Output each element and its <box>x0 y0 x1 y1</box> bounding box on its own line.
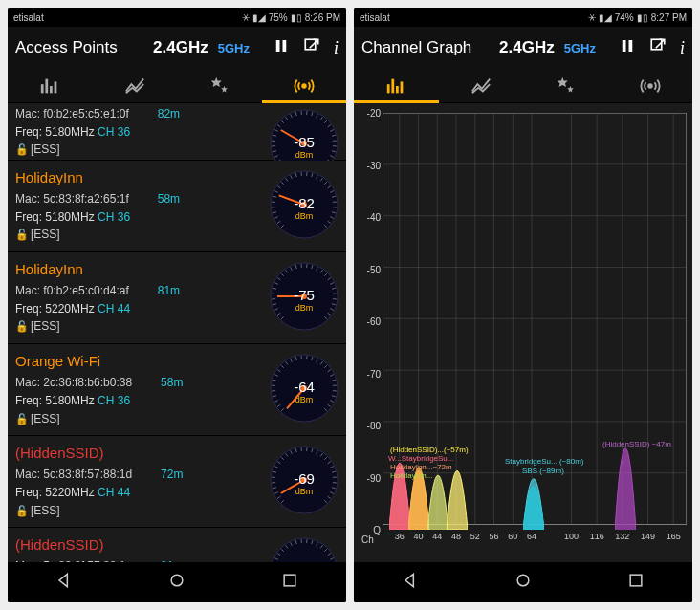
pause-icon[interactable] <box>619 37 636 58</box>
mac: Mac: 5c:83:8f:a2:65:1f <box>15 192 129 206</box>
info-icon[interactable]: i <box>680 38 685 58</box>
ssid: Orange Wi-Fi <box>15 350 270 372</box>
nav-recent[interactable] <box>280 571 299 594</box>
nav-home[interactable] <box>514 571 533 594</box>
dbm-unit: dBm <box>270 487 339 496</box>
svg-rect-195 <box>284 575 295 586</box>
y-tick: -50 <box>367 264 381 274</box>
channel: CH 44 <box>98 486 130 499</box>
battery-icon: ▮▯ <box>637 12 648 23</box>
lock-icon: 🔓 <box>15 413 29 425</box>
freq: Freq: 5220MHz <box>15 486 95 499</box>
band-5[interactable]: 5GHz <box>218 39 250 56</box>
y-tick: -60 <box>367 316 381 327</box>
capabilities: [ESS] <box>31 319 60 333</box>
capabilities: [ESS] <box>31 142 60 156</box>
dbm-unit: dBm <box>270 211 339 221</box>
distance: 91m <box>161 557 183 562</box>
x-tick: 100 <box>564 532 579 541</box>
tab-stars[interactable] <box>177 69 262 102</box>
x-axis-labels: 3640444852566064100116132149165 <box>383 532 687 545</box>
svg-rect-200 <box>392 78 395 93</box>
channel: CH 36 <box>98 210 130 224</box>
tab-row <box>8 69 346 103</box>
tab-stars[interactable] <box>523 69 608 102</box>
ap-row[interactable]: (HiddenSSID) Mac: 5c:83:8f:57:88:1d72m F… <box>8 436 346 528</box>
ssid: HolidayInn <box>15 166 270 188</box>
svg-rect-197 <box>628 40 632 52</box>
tab-rating[interactable] <box>8 69 93 102</box>
mac: Mac: f0:b2:e5:c5:e1:0f <box>15 107 129 120</box>
svg-point-163 <box>271 538 338 562</box>
signal-gauge: -75dBm <box>270 262 339 331</box>
distance: 81m <box>158 282 180 300</box>
signal-icon: ▮◢ <box>252 12 266 23</box>
nav-home[interactable] <box>167 571 186 594</box>
tab-channel-graph[interactable] <box>354 69 439 102</box>
peak-label: HolidayInn... <box>390 471 432 480</box>
peak-label: HolidayInn...~72m <box>390 463 452 471</box>
nav-back[interactable] <box>401 571 420 594</box>
lock-icon: 🔓 <box>15 505 29 516</box>
ap-row[interactable]: HolidayInn Mac: f0:b2:e5:c0:d4:af81m Fre… <box>8 252 346 344</box>
channel: CH 36 <box>98 394 130 407</box>
distance: 72m <box>161 466 183 484</box>
bt-icon: ⚹ <box>588 11 596 23</box>
signal-gauge: -69dBm <box>270 446 339 514</box>
ap-row[interactable]: HolidayInn Mac: 5c:83:8f:a2:65:1f58m Fre… <box>8 161 346 252</box>
channel-graph[interactable]: -20-30-40-50-60-70-80-90Q 36404448525660… <box>354 103 692 562</box>
capabilities: [ESS] <box>31 504 60 517</box>
svg-rect-0 <box>276 40 280 52</box>
lock-icon: 🔓 <box>15 229 29 240</box>
x-tick: 116 <box>590 532 604 541</box>
tab-timeline[interactable] <box>93 69 178 102</box>
freq: Freq: 5220MHz <box>15 302 95 316</box>
tab-timeline[interactable] <box>439 69 524 102</box>
dbm-unit: dBm <box>270 303 339 313</box>
ap-row[interactable]: (HiddenSSID) Mac: 5c:83:8f:57:88:1e91m F… <box>8 528 346 562</box>
export-icon[interactable] <box>303 37 320 58</box>
y-axis-labels: -20-30-40-50-60-70-80-90Q <box>358 113 381 530</box>
band-24[interactable]: 2.4GHz <box>153 38 208 57</box>
dbm-value: -69 <box>270 470 339 487</box>
toolbar: Channel Graph 2.4GHz 5GHz i <box>354 27 692 69</box>
page-title: Channel Graph <box>361 38 471 57</box>
info-icon[interactable]: i <box>334 38 339 58</box>
battery-pct: 75% <box>269 12 288 23</box>
x-tick: 52 <box>470 532 480 541</box>
dbm-value: -82 <box>270 195 339 211</box>
nav-recent[interactable] <box>626 571 645 594</box>
svg-rect-199 <box>387 84 390 93</box>
band-24[interactable]: 2.4GHz <box>499 38 555 57</box>
svg-point-227 <box>517 575 529 586</box>
mac: Mac: 2c:36:f8:b6:b0:38 <box>15 376 132 389</box>
ap-list[interactable]: Mac: f0:b2:e5:c5:e1:0f82m Freq: 5180MHz … <box>8 103 346 562</box>
capabilities: [ESS] <box>31 228 60 241</box>
nav-back[interactable] <box>55 571 74 594</box>
peak-label: (HiddenSSID) ~47m <box>602 440 671 448</box>
x-tick: 44 <box>432 532 442 541</box>
capabilities: [ESS] <box>31 412 60 425</box>
band-5[interactable]: 5GHz <box>564 39 596 56</box>
phone-right: etisalat ⚹ ▮◢ 74% ▮▯ 8:27 PM Channel Gra… <box>354 8 692 602</box>
y-tick: -30 <box>367 160 381 170</box>
ap-row[interactable]: Mac: f0:b2:e5:c5:e1:0f82m Freq: 5180MHz … <box>8 103 346 161</box>
peak-label: SBS (~89m) <box>522 467 564 475</box>
lock-icon: 🔓 <box>15 143 29 155</box>
statusbar: etisalat ⚹ ▮◢ 74% ▮▯ 8:27 PM <box>354 8 692 27</box>
ap-row[interactable]: Orange Wi-Fi Mac: 2c:36:f8:b6:b0:3858m F… <box>8 344 346 436</box>
pause-icon[interactable] <box>273 37 290 58</box>
tab-ap-list[interactable] <box>262 69 347 102</box>
x-tick: 40 <box>414 532 424 541</box>
export-icon[interactable] <box>649 37 667 58</box>
tab-ap-list[interactable] <box>608 69 693 102</box>
signal-gauge: -82dBm <box>270 170 339 239</box>
lock-icon: 🔓 <box>15 320 29 332</box>
tab-row <box>354 69 692 103</box>
dbm-unit: dBm <box>270 395 339 404</box>
peak-label: StaybridgeSu... (~80m) <box>505 457 583 466</box>
clock: 8:26 PM <box>305 12 340 23</box>
svg-point-203 <box>648 84 652 88</box>
x-tick: 165 <box>667 532 681 541</box>
mac: Mac: 5c:83:8f:57:88:1e <box>15 559 132 562</box>
